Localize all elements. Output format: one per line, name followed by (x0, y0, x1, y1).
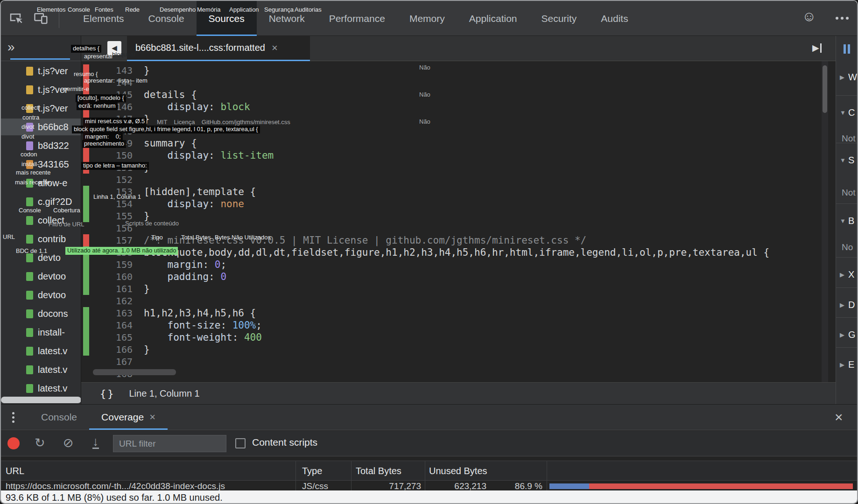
section-divider (836, 287, 858, 288)
debugger-section-title[interactable]: X (848, 269, 854, 280)
url-filter-input[interactable] (113, 435, 226, 452)
file-item[interactable]: devtoo (1, 268, 81, 285)
file-item[interactable]: latest.v (1, 343, 81, 359)
code-token (144, 150, 168, 161)
file-icon (26, 197, 33, 206)
file-item[interactable]: 343165 (1, 156, 81, 173)
section-collapsed-icon[interactable]: ▶ (840, 74, 844, 81)
file-item[interactable]: collect (1, 212, 81, 229)
debugger-section-title[interactable]: B (848, 216, 854, 226)
coverage-marker (83, 89, 89, 101)
export-icon[interactable]: ↓ (92, 435, 99, 449)
section-expanded-icon[interactable]: ▼ (840, 217, 846, 224)
file-item[interactable]: c.gif?2D (1, 193, 81, 210)
section-collapsed-icon[interactable]: ▶ (840, 361, 844, 368)
collapse-panel-icon[interactable]: » (7, 40, 15, 55)
file-name: latest.v (38, 383, 67, 394)
back-button[interactable]: ◀ (107, 41, 121, 55)
code-token: list-item (220, 150, 274, 161)
editor-horizontal-scrollbar[interactable] (93, 369, 176, 375)
tab-network[interactable]: Network (257, 1, 317, 36)
drawer-menu-icon[interactable] (12, 412, 14, 414)
file-icon (26, 141, 33, 150)
debugger-section-title[interactable]: D (848, 300, 855, 310)
code-token: } (144, 113, 150, 125)
code-token: } (144, 65, 150, 76)
close-tab-icon[interactable]: × (272, 42, 278, 54)
file-item[interactable]: docons (1, 305, 81, 322)
section-expanded-icon[interactable]: ▼ (840, 157, 846, 164)
file-item[interactable]: devtoo (1, 287, 81, 303)
file-name: devto (38, 252, 61, 263)
column-header[interactable]: Total Bytes (356, 461, 401, 481)
line-number: 153 (91, 186, 133, 198)
tab-sources[interactable]: Sources (197, 1, 257, 36)
clear-icon[interactable]: ⊘ (63, 435, 74, 450)
tab-performance[interactable]: Performance (317, 1, 397, 36)
column-header[interactable]: Type (302, 461, 322, 481)
code-line: h1,h2,h3,h4,h5,h6 { (144, 307, 256, 319)
code-editor[interactable]: 143}144145details {146 display: block147… (81, 61, 836, 382)
section-collapsed-icon[interactable]: ▶ (840, 331, 844, 338)
scrollbar-thumb[interactable] (823, 65, 827, 113)
tab-audits[interactable]: Audits (589, 1, 640, 36)
section-collapsed-icon[interactable]: ▶ (840, 301, 844, 308)
code-token (144, 320, 168, 331)
section-collapsed-icon[interactable]: ▶ (840, 271, 844, 278)
device-toolbar-icon[interactable] (34, 11, 49, 27)
section-expanded-icon[interactable]: ▼ (840, 109, 846, 116)
file-item[interactable]: t.js?ver (1, 100, 81, 117)
coverage-marker (83, 307, 89, 319)
drawer-tab-coverage[interactable]: Coverage× (89, 405, 168, 430)
pause-script-icon[interactable] (844, 44, 846, 54)
debugger-section-title[interactable]: G (848, 329, 856, 340)
file-item[interactable]: t.js?ver (1, 63, 81, 79)
column-header[interactable]: URL (6, 461, 24, 481)
feedback-icon[interactable]: ☺ (802, 8, 816, 24)
pretty-print-icon[interactable]: {} (100, 388, 115, 399)
tab-memory[interactable]: Memory (397, 1, 457, 36)
debugger-section-title[interactable]: C (848, 107, 855, 118)
column-header[interactable]: Unused Bytes (429, 461, 487, 481)
navigator-horizontal-scrollbar[interactable] (1, 397, 81, 403)
drawer-tab-console[interactable]: Console (29, 405, 89, 430)
content-scripts-checkbox[interactable] (235, 438, 246, 448)
tab-console[interactable]: Console (136, 1, 197, 36)
record-coverage-button[interactable] (7, 437, 20, 449)
file-item[interactable]: devto (1, 249, 81, 266)
close-tab-icon[interactable]: × (149, 411, 155, 423)
reload-icon[interactable]: ↻ (35, 435, 45, 450)
editor-vertical-scrollbar[interactable] (822, 61, 828, 382)
file-item[interactable]: contrib (1, 231, 81, 247)
code-token: } (144, 283, 150, 294)
row-unused-bytes: 623,213 (429, 482, 486, 490)
file-item[interactable]: b66bc8 (1, 119, 81, 135)
file-item[interactable]: t.js?ver (1, 81, 81, 98)
file-icon (26, 216, 33, 225)
tab-security[interactable]: Security (529, 1, 589, 36)
tab-application[interactable]: Application (457, 1, 529, 36)
coverage-marker (83, 101, 89, 113)
debugger-section-title[interactable]: S (848, 155, 854, 166)
line-number: 145 (91, 89, 133, 101)
code-line: } (144, 161, 150, 174)
row-url[interactable]: https://docs.microsoft.com/-th.../42c0dd… (6, 482, 293, 490)
close-drawer-icon[interactable]: × (835, 409, 843, 425)
skip-forward-icon[interactable]: ▶ (812, 42, 822, 53)
file-item[interactable]: install- (1, 324, 81, 341)
line-number: 165 (91, 331, 133, 343)
drawer-tab-label: Coverage (101, 412, 144, 423)
file-item[interactable]: b8d322 (1, 137, 81, 154)
editor-tab[interactable]: b66bc881.site-l....css:formatted × (127, 36, 310, 61)
file-item[interactable]: allow-e (1, 175, 81, 191)
tab-elements[interactable]: Elements (71, 1, 136, 36)
code-token: : (209, 271, 220, 282)
main-menu-icon[interactable] (836, 17, 838, 20)
debugger-section-title[interactable]: E (848, 359, 854, 370)
inspect-element-icon[interactable] (8, 11, 22, 27)
file-item[interactable]: latest.v (1, 361, 81, 378)
drawer-tab-label: Console (41, 412, 77, 423)
file-name: contrib (38, 234, 66, 245)
debugger-section-title[interactable]: W (848, 72, 857, 83)
file-item[interactable]: latest.v (1, 380, 81, 397)
